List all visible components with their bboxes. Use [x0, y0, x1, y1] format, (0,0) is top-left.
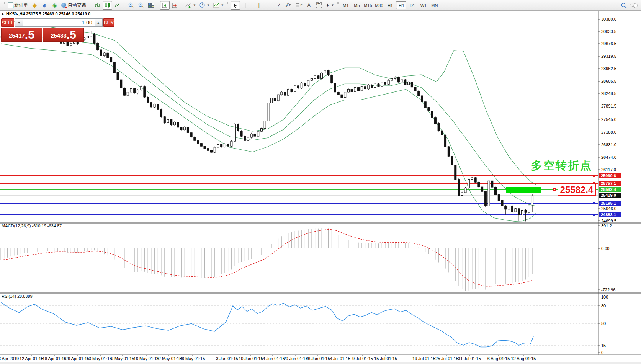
line-end-handle[interactable] [593, 175, 595, 177]
crosshair-tool-button[interactable] [240, 1, 250, 10]
timeframe-button-d1[interactable]: D1 [407, 1, 417, 9]
toolbar-grip[interactable] [227, 2, 229, 9]
market-button[interactable]: ☻ [40, 1, 49, 10]
candle-bearish [237, 124, 239, 131]
candle-bullish [184, 127, 186, 130]
tile-windows-button[interactable] [146, 1, 156, 10]
candle-bearish [428, 108, 430, 111]
axis-label: 0.00 [601, 246, 609, 251]
timeframe-button-mn[interactable]: MN [429, 1, 440, 9]
candle-bearish [194, 137, 196, 140]
timeframe-button-m5[interactable]: M5 [352, 1, 362, 9]
candle-bearish [93, 34, 95, 43]
candle-bearish [495, 187, 497, 195]
crosshair-icon [242, 2, 248, 8]
level-line-handle[interactable] [553, 188, 556, 191]
line-end-handle[interactable] [593, 214, 595, 216]
sell-button[interactable]: SELL [1, 18, 14, 27]
zoom-in-button[interactable] [126, 1, 136, 10]
profile-icon: ☻ [42, 3, 47, 8]
auto-trading-icon [61, 3, 67, 8]
signals-button[interactable]: ◉ [50, 1, 59, 10]
cursor-tool-button[interactable] [231, 1, 240, 10]
candle-bullish [464, 188, 466, 193]
periods-button[interactable]: ▼ [198, 1, 211, 10]
candle-bearish [244, 136, 246, 140]
text-tool-button[interactable]: A [304, 1, 314, 10]
templates-button[interactable]: ▼ [212, 1, 226, 10]
time-label: 3 May 01:15 [89, 356, 112, 361]
line-chart-type-button[interactable] [113, 1, 122, 10]
toolbar-grip[interactable] [337, 2, 339, 9]
toolbar-grip[interactable] [89, 2, 91, 9]
candle-bearish [134, 88, 136, 93]
axis-label: 26831.0 [601, 142, 616, 147]
axis-label: 27545.0 [601, 117, 616, 122]
candle-chart-type-button[interactable] [103, 1, 112, 10]
volume-decrease-button[interactable]: ▼ [15, 19, 23, 26]
macd-pane [1, 228, 532, 291]
metaeditor-button[interactable]: ◆ [30, 1, 39, 10]
fibonacci-tool-button[interactable]: ☰ F [294, 1, 304, 10]
level-price-annotation[interactable]: 25582.4 [558, 184, 596, 196]
vertical-line-tool-button[interactable]: | [254, 1, 264, 10]
book-icon: ◆ [33, 2, 37, 8]
chart-shift-button[interactable] [170, 1, 180, 10]
timeframe-button-h4[interactable]: H4 [396, 1, 406, 9]
candle-bullish [354, 88, 356, 92]
candle-bearish [284, 92, 286, 95]
chart-canvas[interactable]: 30380.030033.529676.529319.528962.528605… [0, 11, 641, 364]
text-label-tool-button[interactable]: T [314, 1, 324, 10]
candle-bearish [204, 146, 206, 149]
search-button[interactable] [619, 1, 628, 10]
buy-price-panel[interactable]: 25433.5 [43, 28, 84, 42]
time-label: 19 Jul 01:15 [412, 356, 435, 361]
timeframe-button-h1[interactable]: H1 [385, 1, 395, 9]
chat-button[interactable] [629, 1, 639, 10]
sell-price-panel[interactable]: 25417.5 [1, 28, 42, 42]
dropdown-caret-icon: ▼ [331, 3, 334, 7]
timeframe-button-w1[interactable]: W1 [418, 1, 428, 9]
time-label: 20 Jun 01:15 [283, 356, 308, 361]
timeframe-button-m15[interactable]: M15 [363, 1, 373, 9]
candle-bullish [277, 95, 279, 101]
search-icon [621, 2, 627, 8]
time-label: 3 Jun 01:15 [216, 356, 238, 361]
candlestick-icon [105, 3, 110, 8]
candle-bearish [434, 118, 436, 124]
line-end-handle[interactable] [593, 202, 595, 204]
buy-button[interactable]: BUY [103, 18, 114, 27]
timeframe-button-m1[interactable]: M1 [340, 1, 351, 9]
bar-chart-type-button[interactable] [93, 1, 102, 10]
channel-tool-button[interactable]: ∕∕ E [284, 1, 294, 10]
zoom-in-icon [128, 2, 134, 8]
candle-bearish [110, 57, 112, 62]
indicators-button[interactable]: ▼ [184, 1, 198, 10]
candle-bullish [234, 124, 236, 141]
timeframe-button-m30[interactable]: M30 [374, 1, 384, 9]
axis-label: 30380.0 [601, 17, 616, 21]
candle-bearish [411, 82, 413, 87]
panel-collapse-arrow[interactable]: ▲ [1, 12, 4, 15]
candle-bullish [347, 89, 349, 92]
candle-bearish [117, 73, 119, 80]
auto-scroll-button[interactable] [160, 1, 170, 10]
candle-bullish [388, 80, 389, 84]
auto-trading-button[interactable]: 自动交易 [60, 1, 88, 10]
zoom-out-button[interactable] [136, 1, 146, 10]
volume-increase-button[interactable]: ▲ [95, 19, 102, 26]
candle-bearish [455, 165, 456, 179]
toolbar-grip[interactable] [3, 2, 5, 9]
highlight-rectangle[interactable] [506, 187, 541, 193]
arrows-tool-button[interactable]: ✦ ▼ [324, 1, 335, 10]
sell-price-main: 25417 [9, 31, 25, 41]
trendline-tool-button[interactable]: ∕ [274, 1, 284, 10]
candle-bullish [324, 70, 326, 73]
horizontal-line-tool-button[interactable]: — [264, 1, 274, 10]
candle-bullish [264, 121, 266, 129]
price-tag-label: 24883.1 [601, 212, 616, 217]
fibonacci-icon: ☰ [296, 3, 299, 8]
new-order-button[interactable]: + 新订单 [6, 1, 29, 10]
volume-input[interactable] [23, 19, 95, 26]
price-axis: 30380.030033.529676.529319.528962.528605… [598, 17, 621, 355]
